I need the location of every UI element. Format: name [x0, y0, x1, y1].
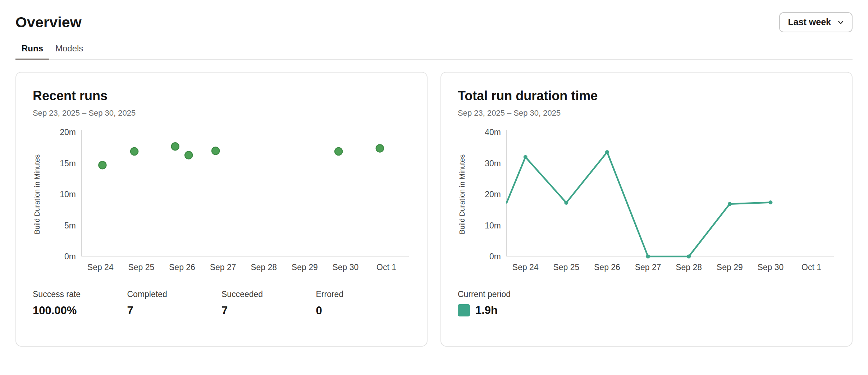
svg-text:Sep 25: Sep 25 [128, 263, 154, 272]
svg-text:Sep 28: Sep 28 [251, 263, 277, 272]
svg-text:Sep 25: Sep 25 [553, 263, 579, 272]
legend-row: 1.9h [458, 304, 835, 317]
svg-text:0m: 0m [64, 252, 76, 261]
stat-succeeded: Succeeded 7 [221, 290, 316, 317]
svg-text:0m: 0m [489, 252, 501, 261]
stat-label: Errored [316, 290, 411, 299]
card-date-range: Sep 23, 2025 – Sep 30, 2025 [458, 108, 835, 118]
svg-text:15m: 15m [60, 159, 76, 168]
svg-text:Oct 1: Oct 1 [801, 263, 821, 272]
recent-runs-card: Recent runs Sep 23, 2025 – Sep 30, 2025 … [15, 72, 428, 347]
svg-text:Build Duration in Minutes: Build Duration in Minutes [458, 154, 466, 234]
tab-bar: Runs Models [15, 43, 853, 60]
chart-legend: Current period 1.9h [458, 290, 835, 317]
svg-text:Sep 27: Sep 27 [210, 263, 236, 272]
svg-text:20m: 20m [485, 190, 501, 199]
card-title: Total run duration time [458, 88, 835, 103]
total-duration-line-chart: 0m10m20m30m40mSep 24Sep 25Sep 26Sep 27Se… [458, 126, 835, 274]
recent-runs-scatter-chart: 0m5m10m15m20mSep 24Sep 25Sep 26Sep 27Sep… [33, 126, 410, 274]
legend-swatch [458, 304, 470, 316]
svg-text:Oct 1: Oct 1 [376, 263, 396, 272]
card-title: Recent runs [33, 88, 410, 103]
svg-text:Sep 24: Sep 24 [87, 263, 114, 272]
card-date-range: Sep 23, 2025 – Sep 30, 2025 [33, 108, 410, 118]
page-title: Overview [15, 14, 82, 31]
stat-success-rate: Success rate 100.00% [33, 290, 127, 317]
stat-errored: Errored 0 [316, 290, 411, 317]
legend-label: Current period [458, 290, 835, 299]
stat-value: 0 [316, 304, 411, 317]
svg-text:Sep 27: Sep 27 [635, 263, 661, 272]
run-stats-row: Success rate 100.00% Completed 7 Succeed… [33, 290, 410, 317]
stat-label: Success rate [33, 290, 127, 299]
svg-text:Sep 30: Sep 30 [332, 263, 358, 272]
svg-text:10m: 10m [485, 221, 501, 230]
svg-text:Sep 28: Sep 28 [676, 263, 702, 272]
tab-runs[interactable]: Runs [15, 43, 49, 60]
svg-text:Build Duration in Minutes: Build Duration in Minutes [33, 154, 41, 234]
total-run-duration-card: Total run duration time Sep 23, 2025 – S… [440, 72, 853, 347]
chevron-down-icon [837, 18, 845, 26]
svg-text:Sep 29: Sep 29 [717, 263, 743, 272]
legend-value: 1.9h [475, 304, 498, 317]
stat-label: Completed [127, 290, 222, 299]
svg-text:30m: 30m [485, 159, 501, 168]
svg-text:Sep 26: Sep 26 [594, 263, 620, 272]
period-selector-dropdown[interactable]: Last week [779, 12, 853, 32]
svg-text:Sep 29: Sep 29 [292, 263, 318, 272]
period-selector-label: Last week [788, 17, 831, 27]
svg-text:20m: 20m [60, 128, 76, 137]
svg-text:Sep 26: Sep 26 [169, 263, 195, 272]
page-header: Overview Last week [15, 12, 853, 32]
cards-row: Recent runs Sep 23, 2025 – Sep 30, 2025 … [15, 72, 853, 347]
svg-text:40m: 40m [485, 128, 501, 137]
svg-text:Sep 24: Sep 24 [512, 263, 539, 272]
svg-text:10m: 10m [60, 190, 76, 199]
svg-text:5m: 5m [64, 221, 76, 230]
stat-label: Succeeded [221, 290, 316, 299]
tab-models[interactable]: Models [49, 43, 89, 60]
stat-value: 100.00% [33, 304, 127, 317]
stat-value: 7 [221, 304, 316, 317]
stat-completed: Completed 7 [127, 290, 222, 317]
stat-value: 7 [127, 304, 222, 317]
svg-text:Sep 30: Sep 30 [757, 263, 784, 272]
